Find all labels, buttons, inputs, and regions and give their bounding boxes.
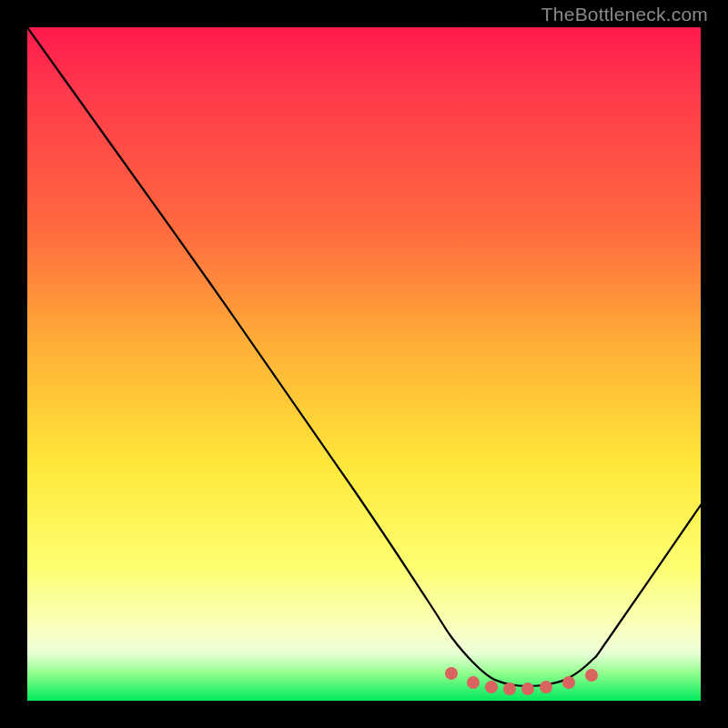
marker-dot [540,681,552,693]
watermark-text: TheBottleneck.com [541,4,708,25]
marker-dot [585,669,598,682]
marker-dot [467,676,480,689]
marker-dot [521,682,534,695]
bottleneck-curve [27,27,701,686]
chart-frame: TheBottleneck.com [0,0,728,728]
marker-dot [562,676,575,689]
chart-svg [27,27,701,701]
marker-dot [485,681,498,693]
marker-dot [503,682,516,695]
plot-area [27,27,701,701]
marker-dot [445,667,458,680]
optimal-markers [445,667,598,695]
